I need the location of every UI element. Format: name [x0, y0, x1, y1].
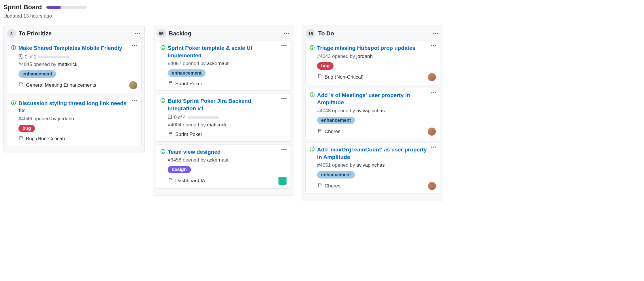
assignee-avatar[interactable] [428, 182, 436, 190]
column-menu-button[interactable] [283, 32, 290, 35]
label-bug[interactable]: bug [18, 125, 35, 132]
assignee-avatar[interactable] [428, 128, 436, 136]
column: 95BacklogSprint Poker template & scale U… [153, 25, 294, 196]
svg-point-19 [312, 48, 312, 49]
card-title[interactable]: Team view designed [168, 148, 287, 156]
issue-number: #4004 [168, 122, 181, 128]
milestone-icon [168, 131, 173, 138]
card-menu-button[interactable] [280, 44, 288, 47]
author-link[interactable]: avivapinchas [356, 108, 385, 113]
card-menu-button[interactable] [280, 97, 288, 100]
milestone[interactable]: Chores [317, 183, 340, 189]
milestone[interactable]: Chores [317, 128, 340, 135]
issue-number: #4046 [18, 116, 32, 121]
milestone[interactable]: Bug (Non-Critical) [18, 136, 65, 142]
label-enhancement[interactable]: enhancement [18, 70, 56, 78]
open-issue-icon [11, 100, 16, 142]
column-header: 95Backlog [156, 28, 291, 41]
opened-by-text: opened by [33, 62, 56, 67]
task-count: 0 of 1 [25, 54, 36, 60]
card-meta: #4048 opened by avivapinchas [317, 108, 436, 114]
milestone[interactable]: Dashboard IA [168, 178, 205, 184]
checklist-icon [18, 54, 23, 60]
milestone-icon [317, 183, 322, 189]
column-menu-button[interactable] [133, 32, 141, 35]
issue-number: #4043 [317, 54, 331, 59]
label-bug[interactable]: bug [317, 62, 334, 70]
card-meta: #4046 opened by jordanh [18, 116, 137, 122]
column: 2To PrioritizeMake Shared Templates Mobi… [3, 25, 145, 153]
labels: design [168, 166, 287, 173]
open-issue-icon [310, 147, 315, 190]
column: 15To DoTriage missing Hubspot prop updat… [302, 25, 443, 201]
assignee-avatar[interactable] [129, 81, 137, 89]
issue-card[interactable]: Team view designed#3458 opened by ackern… [156, 145, 291, 189]
labels: enhancement [168, 69, 287, 77]
column-count: 2 [7, 29, 16, 38]
issue-card[interactable]: Discussion styling thread long link need… [7, 96, 142, 146]
label-enhancement[interactable]: enhancement [317, 171, 355, 179]
issue-card[interactable]: Add '# of Meetings' user property in Amp… [305, 88, 440, 139]
card-meta: #4004 opened by mattkrick [168, 122, 287, 128]
issue-card[interactable]: Make Shared Templates Mobile Friendly0 o… [7, 41, 142, 93]
opened-by-text: opened by [183, 122, 206, 128]
issue-card[interactable]: Add 'maxOrgTeamCount' as user property i… [305, 142, 440, 194]
card-title[interactable]: Add '# of Meetings' user property in Amp… [317, 92, 436, 106]
card-title[interactable]: Add 'maxOrgTeamCount' as user property i… [317, 146, 436, 161]
card-menu-button[interactable] [430, 145, 437, 149]
milestone-name: Sprint Poker [175, 81, 202, 87]
card-menu-button[interactable] [131, 44, 138, 47]
author-link[interactable]: mattkrick [58, 62, 77, 67]
card-title[interactable]: Sprint Poker template & scale UI impleme… [168, 44, 287, 59]
column-title: To Do [318, 30, 429, 37]
open-issue-icon [310, 45, 315, 81]
card-title[interactable]: Build Sprint Poker Jira Backend integrat… [168, 97, 287, 112]
card-title[interactable]: Make Shared Templates Mobile Friendly [18, 44, 137, 52]
opened-by-text: opened by [332, 108, 355, 113]
labels: enhancement [317, 117, 436, 124]
milestone-name: Sprint Poker [175, 132, 202, 137]
card-title[interactable]: Triage missing Hubspot prop updates [317, 44, 436, 52]
open-issue-icon [11, 45, 16, 89]
author-link[interactable]: jordanh [356, 54, 373, 59]
milestone-name: Bug (Non-Critical) [325, 74, 364, 80]
milestone-name: General Meeting Enhancements [26, 82, 96, 88]
assignee-avatar[interactable] [278, 177, 287, 185]
card-menu-button[interactable] [430, 44, 437, 47]
milestone[interactable]: Sprint Poker [168, 131, 202, 138]
author-link[interactable]: ackernaut [207, 61, 229, 66]
issue-number: #4057 [168, 61, 181, 66]
author-link[interactable]: ackernaut [207, 157, 229, 163]
label-enhancement[interactable]: enhancement [168, 69, 206, 77]
milestone-icon [168, 178, 173, 184]
milestone[interactable]: Bug (Non-Critical) [317, 74, 364, 80]
issue-card[interactable]: Build Sprint Poker Jira Backend integrat… [156, 94, 291, 141]
milestone[interactable]: Sprint Poker [168, 80, 202, 87]
svg-point-12 [163, 101, 163, 102]
issue-number: #4048 [317, 108, 331, 113]
board-updated: Updated 13 hours ago [3, 13, 641, 19]
author-link[interactable]: mattkrick [207, 122, 227, 128]
column-menu-button[interactable] [432, 32, 440, 35]
author-link[interactable]: jordanh [58, 116, 74, 121]
milestone-icon [18, 136, 24, 142]
task-progress: 0 of 4 [168, 115, 287, 120]
author-link[interactable]: avivapinchas [356, 162, 385, 168]
issue-card[interactable]: Triage missing Hubspot prop updates#4043… [305, 41, 440, 85]
assignee-avatar[interactable] [428, 73, 436, 81]
column-count: 15 [306, 29, 315, 38]
svg-point-16 [163, 152, 163, 153]
svg-point-9 [163, 48, 163, 49]
milestone-icon [317, 74, 322, 80]
card-menu-button[interactable] [430, 91, 437, 94]
card-menu-button[interactable] [131, 99, 138, 102]
card-meta: #4045 opened by mattkrick [18, 62, 137, 67]
card-title[interactable]: Discussion styling thread long link need… [18, 100, 137, 114]
milestone[interactable]: General Meeting Enhancements [18, 82, 96, 88]
svg-point-25 [312, 150, 312, 150]
svg-point-22 [312, 95, 312, 96]
card-menu-button[interactable] [280, 148, 288, 151]
label-enhancement[interactable]: enhancement [317, 117, 355, 124]
issue-card[interactable]: Sprint Poker template & scale UI impleme… [156, 41, 291, 91]
label-design[interactable]: design [168, 166, 191, 173]
